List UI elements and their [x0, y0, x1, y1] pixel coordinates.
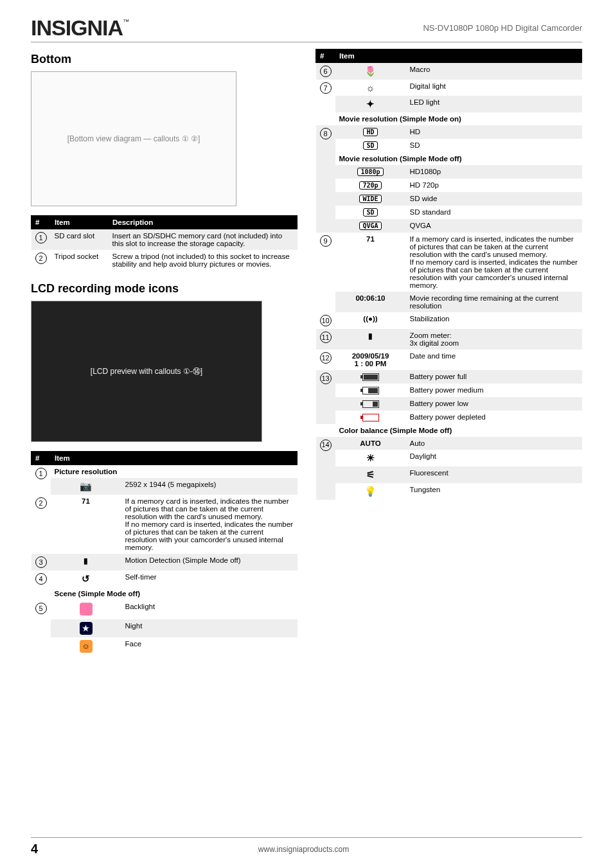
cell-desc: Night	[121, 619, 298, 637]
callout-icon: 11	[320, 332, 332, 343]
res-1080p-icon: 1080p	[357, 168, 383, 176]
brand-text: INSIGNIA	[31, 15, 123, 40]
callout-icon: 2	[35, 497, 47, 509]
callout-icon: 5	[35, 603, 47, 614]
battery-empty-icon	[362, 414, 379, 421]
motion-detect-icon: ▮	[84, 557, 88, 565]
cell-desc: Face	[121, 637, 298, 655]
left-column: Bottom [Bottom view diagram — callouts ①…	[31, 49, 298, 655]
footer-url: www.insigniaproducts.com	[258, 845, 349, 854]
items-table-left: # Item 1Picture resolution 📷2592 x 1944 …	[31, 451, 298, 655]
cell-desc: Macro	[406, 63, 582, 80]
th-item: Item	[51, 216, 109, 229]
callout-icon: 3	[35, 556, 47, 568]
zoom-meter-icon: ▮	[368, 332, 373, 340]
cell-desc: Digital light	[406, 80, 582, 96]
backlight-icon	[80, 603, 93, 616]
battery-medium-icon	[362, 387, 379, 394]
callout-icon: 8	[320, 128, 332, 139]
time-icon: 00:06:10	[335, 292, 406, 312]
cell-desc: SD wide	[406, 192, 582, 206]
cell-desc: Backlight	[121, 600, 298, 619]
cell-desc: Battery power depleted	[406, 411, 582, 424]
page-footer: 4 www.insigniaproducts.com	[31, 837, 582, 856]
battery-full-icon	[362, 373, 379, 381]
camera-icon: 📷	[80, 481, 92, 492]
th-num: #	[316, 49, 335, 63]
callout-icon: 14	[320, 439, 332, 451]
cell-desc: Screw a tripod (not included) to this so…	[109, 250, 298, 270]
callout-icon: 2	[35, 252, 47, 264]
bottom-illustration-alt: [Bottom view diagram — callouts ① ②]	[67, 134, 200, 143]
group-movie-off: Movie resolution (Simple Mode off)	[335, 152, 582, 165]
cell-desc: If a memory card is inserted, indicates …	[121, 495, 298, 554]
cell-desc: LED light	[406, 96, 582, 112]
count-icon: 71	[335, 233, 406, 292]
cell-desc: HD1080p	[406, 165, 582, 179]
cell-item: SD card slot	[51, 229, 109, 251]
cell-desc: Fluorescent	[406, 466, 582, 483]
cell-desc: SD standard	[406, 206, 582, 219]
page-header: INSIGNIA™ NS-DV1080P 1080p HD Digital Ca…	[31, 15, 582, 42]
brand-tm: ™	[123, 18, 129, 25]
fluorescent-icon: ⚟	[366, 469, 375, 480]
callout-icon: 7	[320, 82, 332, 94]
bottom-illustration: [Bottom view diagram — callouts ① ②]	[31, 71, 236, 206]
callout-icon: 12	[320, 352, 332, 364]
cell-desc: Movie recording time remaining at the cu…	[406, 292, 582, 312]
battery-low-icon	[362, 400, 379, 408]
cell-desc: Auto	[406, 437, 582, 450]
callout-icon: 1	[35, 468, 47, 479]
section-bottom-heading: Bottom	[31, 53, 298, 66]
group-color-balance: Color balance (Simple Mode off)	[335, 424, 582, 437]
callout-icon: 4	[35, 573, 47, 585]
section-lcd-heading: LCD recording mode icons	[31, 282, 298, 296]
cell-desc: Zoom meter: 3x digital zoom	[406, 329, 582, 350]
callout-icon: 6	[320, 66, 332, 77]
face-icon: ☺	[80, 640, 93, 653]
th-item: Item	[335, 49, 582, 63]
sd-icon: SD	[363, 141, 377, 150]
th-num: #	[31, 452, 51, 465]
res-sd-icon: SD	[363, 208, 377, 217]
model-label: NS-DV1080P 1080p HD Digital Camcorder	[423, 23, 582, 33]
datetime-icon: 2009/05/19 1 : 00 PM	[335, 350, 406, 370]
lcd-illustration: [LCD preview with callouts ①‑⑭]	[31, 301, 262, 442]
cell-desc: Date and time	[406, 350, 582, 370]
group-picture-resolution: Picture resolution	[51, 465, 298, 479]
digital-light-icon: ☼	[366, 82, 375, 93]
lcd-illustration-alt: [LCD preview with callouts ①‑⑭]	[91, 366, 202, 377]
cell-desc: HD	[406, 125, 582, 139]
count-icon: 71	[51, 495, 121, 554]
cell-item: Tripod socket	[51, 250, 109, 270]
cell-desc: Tungsten	[406, 483, 582, 500]
callout-icon: 13	[320, 373, 332, 384]
macro-icon: 🌷	[364, 66, 377, 76]
led-light-icon: ✦	[366, 98, 375, 109]
self-timer-icon: ↺	[82, 573, 90, 584]
items-table-right: # Item 6🌷Macro 7☼Digital light ✦LED ligh…	[315, 49, 582, 500]
stabilization-icon: ((●))	[335, 312, 406, 329]
cell-desc: Daylight	[406, 450, 582, 466]
cell-desc: Insert an SD/SDHC memory card (not inclu…	[109, 229, 298, 251]
cell-desc: Motion Detection (Simple Mode off)	[121, 554, 298, 571]
tungsten-icon: 💡	[364, 486, 377, 497]
res-qvga-icon: QVGA	[359, 222, 381, 230]
right-column: # Item 6🌷Macro 7☼Digital light ✦LED ligh…	[315, 49, 582, 655]
cell-desc: Self-timer	[121, 571, 298, 587]
hd-icon: HD	[363, 128, 377, 136]
cell-desc: SD	[406, 139, 582, 152]
night-icon: ★	[80, 622, 93, 635]
callout-icon: 10	[320, 315, 332, 326]
brand-logo: INSIGNIA™	[31, 15, 129, 40]
callout-icon: 9	[320, 235, 332, 247]
cell-desc: HD 720p	[406, 179, 582, 192]
cell-desc: If a memory card is inserted, indicates …	[406, 233, 582, 292]
res-wide-icon: WIDE	[359, 195, 381, 203]
cell-desc: 2592 x 1944 (5 megapixels)	[121, 478, 298, 495]
table-row: 1 SD card slot Insert an SD/SDHC memory …	[31, 229, 298, 251]
group-scene: Scene (Simple Mode off)	[51, 587, 298, 600]
page-number: 4	[31, 842, 38, 856]
cell-desc: QVGA	[406, 219, 582, 233]
auto-icon: AUTO	[335, 437, 406, 450]
